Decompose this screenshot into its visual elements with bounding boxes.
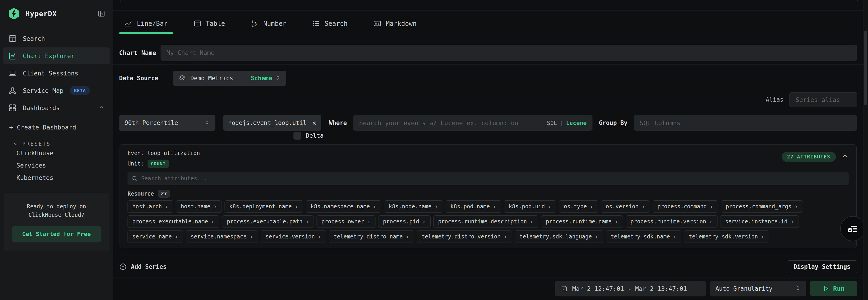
aggregation-select[interactable]: 90th Percentile xyxy=(119,115,215,131)
chevron-up-icon[interactable] xyxy=(98,105,105,111)
delta-checkbox[interactable] xyxy=(293,132,301,139)
chart-preview-container-edge xyxy=(120,0,858,4)
attribute-chip[interactable]: os.version › xyxy=(601,200,650,213)
tab-markdown[interactable]: Markdown xyxy=(368,13,422,34)
series-config-row: 90th Percentile nodejs.event_loop.util ×… xyxy=(119,115,857,131)
attribute-chip[interactable]: service.instance.id › xyxy=(720,215,799,228)
schema-link[interactable]: Schema xyxy=(251,75,272,82)
scrollbar-thumb[interactable] xyxy=(864,31,867,105)
granularity-value: Auto Granularity xyxy=(715,285,772,292)
tab-search[interactable]: Search xyxy=(307,13,353,34)
sidebar-item-label: Client Sessions xyxy=(23,70,78,77)
whats-new-button[interactable] xyxy=(840,216,865,241)
remove-metric-icon[interactable]: × xyxy=(312,119,316,127)
attribute-chip[interactable]: process.runtime.version › xyxy=(626,215,717,228)
get-started-button[interactable]: Get Started for Free xyxy=(12,226,101,242)
group-count-badge: 27 xyxy=(158,190,170,198)
chevron-down-icon xyxy=(13,141,19,147)
presets-header[interactable]: PRESETS xyxy=(0,141,113,147)
attribute-chip[interactable]: service.namespace › xyxy=(186,230,258,243)
attribute-name: k8s.pod.name xyxy=(451,203,490,210)
data-source-row: Data Source Demo Metrics Schema xyxy=(119,71,286,86)
alias-input-box xyxy=(789,92,857,107)
attribute-chip[interactable]: process.pid › xyxy=(378,215,431,228)
sql-toggle[interactable]: SQL xyxy=(547,120,557,126)
metric-description: Event loop utilization xyxy=(127,150,200,156)
sidebar-item-search[interactable]: Search xyxy=(3,30,110,47)
attribute-group-header: Resource 27 xyxy=(127,190,849,198)
attribute-chip[interactable]: process.executable.name › xyxy=(127,215,219,228)
hyperdx-logo-icon xyxy=(7,7,21,21)
attribute-chip[interactable]: telemetry.sdk.version › xyxy=(684,230,769,243)
search-icon xyxy=(132,175,141,182)
delta-label: Delta xyxy=(306,132,323,139)
alias-input[interactable] xyxy=(796,96,868,103)
query-controls-row: Mar 2 12:47:01 - Mar 2 13:47:01 Auto Gra… xyxy=(555,281,857,296)
chevron-right-icon: › xyxy=(794,203,798,211)
attribute-chip[interactable]: k8s.node.name › xyxy=(384,200,443,213)
attribute-chip[interactable]: process.runtime.name › xyxy=(541,215,623,228)
sidebar-item-chart-explorer[interactable]: Chart Explorer xyxy=(3,48,110,64)
attribute-chip[interactable]: k8s.namespace.name › xyxy=(306,200,381,213)
attribute-chip[interactable]: telemetry.distro.name › xyxy=(329,230,414,243)
attribute-name: os.version xyxy=(606,203,639,210)
sidebar-item-client-sessions[interactable]: Client Sessions xyxy=(3,65,110,82)
attribute-chip[interactable]: process.executable.path › xyxy=(222,215,314,228)
chart-spline-icon xyxy=(125,20,132,27)
attribute-name: telemetry.sdk.language xyxy=(519,234,592,240)
sidebar-item-dashboards[interactable]: Dashboards xyxy=(3,100,110,116)
attribute-search-input[interactable] xyxy=(141,175,844,182)
preset-clickhouse[interactable]: ClickHouse xyxy=(0,147,113,159)
attribute-chip[interactable]: k8s.pod.name › xyxy=(445,200,501,213)
attribute-chip[interactable]: service.name › xyxy=(127,230,183,243)
collapse-sidebar-icon[interactable] xyxy=(97,10,105,18)
chevron-up-icon[interactable] xyxy=(842,153,849,160)
create-dashboard-button[interactable]: + Create Dashboard xyxy=(3,120,110,134)
attribute-name: host.name xyxy=(181,203,210,210)
attribute-chip[interactable]: host.name › xyxy=(176,200,222,213)
unit-value-badge: COUNT xyxy=(148,160,169,168)
attribute-chip[interactable]: k8s.pod.uid › xyxy=(504,200,556,213)
attribute-chip[interactable]: process.owner › xyxy=(316,215,375,228)
attribute-chip[interactable]: telemetry.distro.version › xyxy=(417,230,512,243)
where-input-box: SQL | Lucene xyxy=(353,115,592,131)
preset-kubernetes[interactable]: Kubernetes xyxy=(0,171,113,184)
chevron-right-icon: › xyxy=(367,218,371,225)
time-range-picker[interactable]: Mar 2 12:47:01 - Mar 2 13:47:01 xyxy=(555,281,706,296)
attribute-chip[interactable]: host.arch › xyxy=(127,200,173,213)
query-language-toggle: SQL | Lucene xyxy=(547,120,587,126)
divider xyxy=(113,277,868,277)
sidebar-item-service-map[interactable]: Service Map BETA xyxy=(3,82,110,99)
add-series-button[interactable]: Add Series xyxy=(119,263,167,271)
attribute-name: telemetry.sdk.version xyxy=(689,234,758,240)
tab-line-bar[interactable]: Line/Bar xyxy=(119,13,173,34)
attribute-chip[interactable]: service.version › xyxy=(261,230,326,243)
attribute-chip[interactable]: telemetry.sdk.language › xyxy=(515,230,603,243)
chevron-right-icon: › xyxy=(493,203,496,211)
tab-table[interactable]: Table xyxy=(188,13,230,34)
granularity-select[interactable]: Auto Granularity xyxy=(710,281,806,296)
chevron-right-icon: › xyxy=(213,203,217,211)
metric-field-chip[interactable]: nodejs.event_loop.util × xyxy=(223,115,321,131)
lucene-toggle[interactable]: Lucene xyxy=(566,120,587,126)
run-button[interactable]: Run xyxy=(810,281,857,296)
chart-type-tabs: Line/Bar Table 1 2 3 Number xyxy=(119,13,422,34)
scrollbar[interactable] xyxy=(863,0,868,300)
tab-number[interactable]: 1 2 3 Number xyxy=(245,13,292,34)
laptop-icon xyxy=(8,69,17,78)
preset-services[interactable]: Services xyxy=(0,159,113,171)
chart-name-input[interactable] xyxy=(166,49,851,56)
series-actions-row: Add Series Display Settings xyxy=(119,261,857,273)
display-settings-button[interactable]: Display Settings xyxy=(787,260,857,273)
where-search-input[interactable] xyxy=(359,119,543,127)
chevron-right-icon: › xyxy=(294,203,298,211)
chevron-right-icon: › xyxy=(614,218,618,225)
attribute-chip[interactable]: process.command › xyxy=(653,200,718,213)
attribute-chip[interactable]: k8s.deployment.name › xyxy=(224,200,303,213)
attribute-chip[interactable]: process.runtime.description › xyxy=(433,215,538,228)
attribute-chip[interactable]: os.type › xyxy=(559,200,598,213)
data-source-select[interactable]: Demo Metrics Schema xyxy=(173,71,286,86)
group-by-input[interactable] xyxy=(640,119,851,127)
attribute-chip[interactable]: process.command_args › xyxy=(721,200,803,213)
attribute-chip[interactable]: telemetry.sdk.name › xyxy=(606,230,681,243)
